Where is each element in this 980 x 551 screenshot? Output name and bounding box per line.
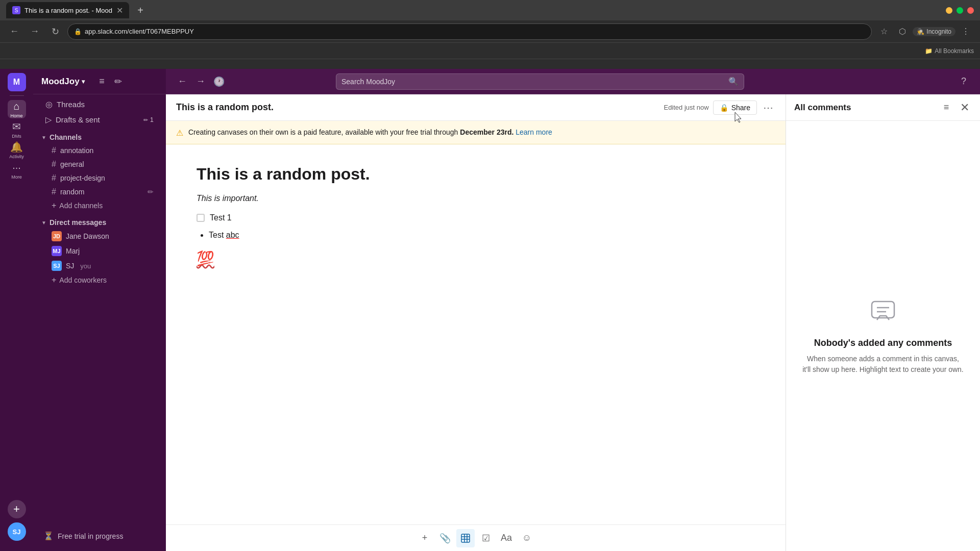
post-title: This is a random post. (197, 165, 755, 184)
channel-name: project-design (60, 174, 105, 182)
header-back-button[interactable]: ← (174, 73, 190, 90)
workspace-name[interactable]: MoodJoy ▾ (41, 77, 85, 87)
add-coworkers-button[interactable]: + Add coworkers (37, 273, 162, 287)
help-button[interactable]: ? (955, 73, 972, 90)
forward-button[interactable]: → (27, 23, 43, 40)
add-icon: + (52, 201, 56, 210)
dms-section: ▼ Direct messages JD Jane Dawson MJ Marj… (33, 216, 166, 287)
comments-title: All comments (794, 103, 851, 113)
dm-item-jane[interactable]: JD Jane Dawson (37, 229, 162, 243)
search-placeholder: Search MoodJoy (341, 78, 724, 86)
user-avatar[interactable]: SJ (8, 522, 26, 541)
global-search-bar[interactable]: Search MoodJoy 🔍 (336, 73, 744, 90)
toolbar-plus-button[interactable]: + (415, 529, 434, 547)
channel-item-annotation[interactable]: # annotation (37, 144, 162, 157)
search-icon: 🔍 (728, 77, 739, 86)
share-label: Share (731, 104, 750, 112)
sidebar-bottom: ⏳ Free trial in progress (33, 521, 166, 551)
win-maximize-button[interactable] (957, 7, 963, 14)
you-tag: you (80, 262, 91, 270)
lock-icon: 🔒 (74, 28, 82, 35)
free-trial-item[interactable]: ⏳ Free trial in progress (37, 527, 162, 545)
dms-section-header[interactable]: ▼ Direct messages (33, 216, 166, 229)
rail-activity-button[interactable]: 🔔 Activity (8, 141, 26, 159)
hash-icon: # (52, 173, 56, 183)
checkbox-1[interactable] (197, 214, 205, 222)
drafts-nav-item[interactable]: ▷ Drafts & sent ✏ 1 (37, 112, 162, 127)
hash-icon: # (52, 160, 56, 169)
channel-item-project-design[interactable]: # project-design (37, 171, 162, 185)
address-text: app.slack.com/client/T067MEBPPUY (85, 28, 194, 35)
canvas-toolbar: + 📎 ☑ Aa ☺ (166, 524, 786, 551)
channel-name: general (60, 160, 84, 168)
rail-dms-button[interactable]: ✉ DMs (8, 120, 26, 139)
toolbar-emoji-button[interactable]: ☺ (518, 529, 536, 547)
header-history-button[interactable]: 🕐 (211, 73, 227, 90)
filter-button[interactable]: ≡ (95, 74, 109, 89)
channel-name: random (60, 188, 84, 196)
underlined-text: abc (226, 231, 239, 239)
hundred-emoji: 💯 (197, 250, 214, 267)
close-tab-button[interactable]: ✕ (116, 6, 123, 15)
learn-more-link[interactable]: Learn more (516, 128, 552, 136)
bookmarks-item[interactable]: 📁 All Bookmarks (925, 47, 974, 55)
toolbar-attach-button[interactable]: 📎 (436, 529, 454, 547)
emoji-block: 💯 (197, 250, 755, 267)
address-bar[interactable]: 🔒 app.slack.com/client/T067MEBPPUY (67, 23, 872, 40)
win-minimize-button[interactable] (946, 7, 952, 14)
dms-section-label: Direct messages (50, 218, 106, 227)
checkbox-item-1: Test 1 (197, 213, 755, 222)
edit-icon: ✏ (148, 188, 154, 196)
edited-label: Edited just now (664, 104, 708, 111)
dms-icon: ✉ (12, 120, 21, 133)
channels-section-header[interactable]: ▼ Channels (33, 131, 166, 143)
notice-warning-icon: ⚠ (176, 128, 183, 138)
dm-name: Marj (66, 247, 80, 255)
comments-filter-button[interactable]: ≡ (939, 101, 953, 115)
rail-more-button[interactable]: ··· More (8, 161, 26, 180)
comments-close-button[interactable]: ✕ (958, 101, 972, 115)
tab-favicon: S (12, 6, 20, 14)
share-button[interactable]: 🔒 Share (713, 101, 757, 115)
toolbar-table-button[interactable] (456, 529, 475, 547)
rail-divider (10, 95, 24, 96)
add-workspace-button[interactable]: + (8, 500, 26, 518)
canvas-more-button[interactable]: ⋯ (761, 101, 775, 115)
free-trial-label: Free trial in progress (58, 532, 123, 540)
drafts-icon: ▷ (45, 115, 52, 124)
workspace-avatar[interactable]: M (8, 73, 26, 91)
checkbox-label-1: Test 1 (210, 213, 232, 222)
toolbar-font-button[interactable]: Aa (497, 529, 516, 547)
back-button[interactable]: ← (6, 23, 22, 40)
channel-item-general[interactable]: # general (37, 158, 162, 171)
home-icon: ⌂ (13, 101, 19, 112)
header-forward-button[interactable]: → (192, 73, 209, 90)
new-tab-button[interactable]: + (133, 3, 148, 17)
hash-icon: # (52, 187, 56, 196)
threads-nav-item[interactable]: ◎ Threads (37, 97, 162, 112)
channel-item-random[interactable]: # random ✏ (37, 185, 162, 198)
dm-item-sj[interactable]: SJ SJ you (37, 259, 162, 273)
browser-menu-button[interactable]: ⋮ (958, 23, 974, 40)
incognito-badge: 🕵 Incognito (913, 27, 955, 36)
drafts-label: Drafts & sent (56, 115, 100, 124)
rail-home-button[interactable]: ⌂ Home (8, 100, 26, 118)
add-channels-button[interactable]: + Add channels (37, 199, 162, 212)
dm-item-marj[interactable]: MJ Marj (37, 244, 162, 258)
browser-tab[interactable]: S This is a random post. - Mood ✕ (6, 2, 129, 18)
toolbar-checklist-button[interactable]: ☑ (477, 529, 495, 547)
bullet-list: Test abc (197, 231, 755, 240)
channels-section-label: Channels (50, 133, 82, 141)
comments-empty-title: Nobody's added any comments (814, 338, 952, 348)
threads-icon: ◎ (45, 99, 53, 109)
bullet-item-1: Test abc (209, 231, 755, 240)
comments-empty-desc: When someone adds a comment in this canv… (802, 354, 964, 375)
win-close-button[interactable] (967, 7, 974, 14)
share-lock-icon: 🔒 (720, 104, 728, 112)
compose-button[interactable]: ✏ (111, 74, 126, 89)
refresh-button[interactable]: ↻ (47, 23, 63, 40)
extensions-button[interactable]: ⬡ (894, 23, 911, 40)
bookmark-button[interactable]: ☆ (876, 23, 892, 40)
workspace-chevron-icon: ▾ (82, 78, 85, 85)
comments-empty-state: Nobody's added any comments When someone… (786, 121, 980, 551)
